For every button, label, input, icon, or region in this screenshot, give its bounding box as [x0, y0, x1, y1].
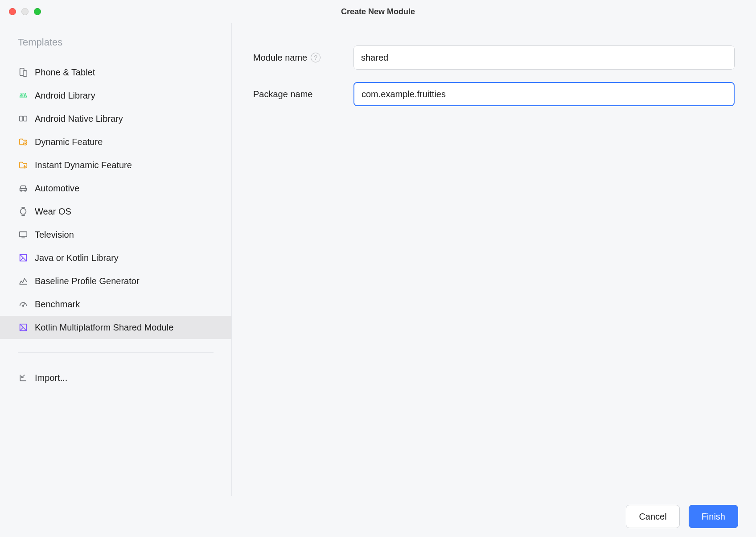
automotive-icon [18, 183, 29, 194]
close-window-button[interactable] [9, 8, 16, 15]
template-list: Phone & TabletAndroid LibraryAndroid Nat… [0, 61, 231, 339]
module-name-row: Module name ? [253, 45, 735, 70]
android-lib-icon [18, 90, 29, 101]
template-item-label: Dynamic Feature [35, 137, 103, 147]
package-name-row: Package name [253, 82, 735, 106]
template-item-label: Baseline Profile Generator [35, 276, 140, 286]
module-name-label: Module name [253, 53, 307, 63]
template-item-label: Kotlin Multiplatform Shared Module [35, 322, 173, 333]
svg-point-2 [21, 95, 22, 96]
svg-rect-7 [24, 116, 27, 121]
window-controls [9, 8, 41, 15]
package-name-input[interactable] [353, 82, 735, 106]
template-item-native-lib[interactable]: Android Native Library [0, 107, 231, 130]
dialog-window: Create New Module Templates Phone & Tabl… [0, 0, 756, 537]
minimize-window-button[interactable] [21, 8, 29, 15]
wear-os-icon [18, 206, 29, 217]
template-item-kmp-shared[interactable]: Kotlin Multiplatform Shared Module [0, 316, 231, 339]
cancel-button[interactable]: Cancel [626, 505, 679, 528]
svg-point-11 [21, 190, 22, 191]
template-item-instant-dynamic[interactable]: Instant Dynamic Feature [0, 153, 231, 177]
instant-dynamic-icon [18, 160, 29, 170]
phone-tablet-icon [18, 67, 29, 78]
sidebar-divider [18, 352, 214, 353]
svg-rect-1 [23, 70, 27, 76]
template-item-label: Android Library [35, 91, 95, 101]
native-lib-icon [18, 113, 29, 124]
svg-rect-14 [20, 232, 27, 237]
template-item-label: Phone & Tablet [35, 67, 95, 78]
form-panel: Module name ? Package name [232, 23, 756, 496]
template-item-kotlin-lib[interactable]: Java or Kotlin Library [0, 246, 231, 269]
kmp-shared-icon [18, 322, 29, 333]
sidebar-heading: Templates [0, 37, 231, 61]
import-item[interactable]: Import... [0, 366, 231, 389]
svg-point-13 [21, 209, 26, 215]
dialog-footer: Cancel Finish [0, 496, 756, 537]
dialog-body: Templates Phone & TabletAndroid LibraryA… [0, 23, 756, 496]
import-icon [18, 372, 29, 383]
template-item-baseline-profile[interactable]: Baseline Profile Generator [0, 269, 231, 293]
template-item-benchmark[interactable]: Benchmark [0, 293, 231, 316]
svg-line-4 [21, 93, 22, 95]
template-item-dynamic-feature[interactable]: Dynamic Feature [0, 130, 231, 153]
television-icon [18, 229, 29, 240]
module-name-label-cell: Module name ? [253, 53, 353, 63]
benchmark-icon [18, 299, 29, 310]
package-name-label: Package name [253, 89, 312, 99]
import-label: Import... [35, 373, 67, 383]
template-item-label: Benchmark [35, 299, 80, 310]
template-item-label: Instant Dynamic Feature [35, 160, 132, 170]
help-icon[interactable]: ? [311, 53, 320, 62]
svg-point-19 [23, 305, 24, 306]
maximize-window-button[interactable] [34, 8, 41, 15]
template-item-label: Wear OS [35, 207, 71, 217]
kotlin-lib-icon [18, 252, 29, 263]
finish-button[interactable]: Finish [689, 505, 738, 528]
svg-point-12 [25, 190, 26, 191]
baseline-profile-icon [18, 276, 29, 286]
window-title: Create New Module [0, 7, 756, 17]
dynamic-feature-icon [18, 136, 29, 147]
package-name-label-cell: Package name [253, 89, 353, 99]
titlebar: Create New Module [0, 0, 756, 23]
template-item-label: Android Native Library [35, 114, 123, 124]
template-item-label: Java or Kotlin Library [35, 253, 119, 263]
svg-rect-6 [20, 116, 23, 121]
template-item-label: Television [35, 230, 74, 240]
svg-point-3 [24, 95, 25, 96]
templates-sidebar: Templates Phone & TabletAndroid LibraryA… [0, 23, 232, 496]
template-item-android-lib[interactable]: Android Library [0, 84, 231, 107]
svg-line-5 [25, 93, 26, 95]
template-item-automotive[interactable]: Automotive [0, 177, 231, 200]
template-item-label: Automotive [35, 183, 79, 194]
module-name-input[interactable] [353, 45, 735, 70]
template-item-television[interactable]: Television [0, 223, 231, 246]
template-item-phone-tablet[interactable]: Phone & Tablet [0, 61, 231, 84]
template-item-wear-os[interactable]: Wear OS [0, 200, 231, 223]
